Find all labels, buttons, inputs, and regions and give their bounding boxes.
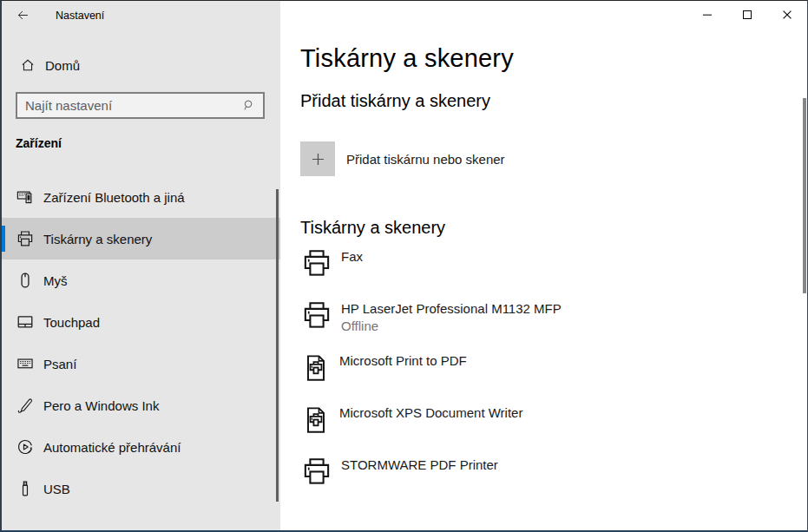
print-to-file-icon (300, 403, 332, 437)
printer-row-ms-print-to-pdf[interactable]: Microsoft Print to PDF (300, 351, 467, 385)
printer-icon (300, 299, 333, 332)
sidebar: Nastavení Domů Zařízení Zařízení Bluetoo… (2, 1, 280, 530)
printer-name: STORMWARE PDF Printer (341, 457, 498, 472)
sidebar-item-pen-windows-ink[interactable]: Pero a Windows Ink (2, 384, 280, 426)
sidebar-item-bluetooth-devices[interactable]: Zařízení Bluetooth a jiná (2, 176, 280, 218)
sidebar-item-typing[interactable]: Psaní (2, 343, 280, 384)
sidebar-item-mouse[interactable]: Myš (2, 259, 280, 301)
add-printer-label: Přidat tiskárnu nebo skener (346, 152, 505, 167)
app-title: Nastavení (56, 10, 104, 22)
printer-status: Offline (341, 319, 562, 333)
printer-name: HP LaserJet Professional M1132 MFP (341, 301, 562, 316)
settings-window: Nastavení Domů Zařízení Zařízení Bluetoo… (0, 0, 808, 532)
print-to-file-icon (300, 351, 332, 385)
printer-row-hp-laserjet[interactable]: HP LaserJet Professional M1132 MFP Offli… (300, 299, 562, 333)
printer-name: Microsoft XPS Document Writer (339, 405, 522, 420)
search-input[interactable] (17, 98, 241, 113)
add-section-header: Přidat tiskárny a skenery (300, 91, 490, 111)
autoplay-icon (16, 437, 35, 456)
back-arrow-icon (16, 8, 30, 23)
printer-name: Microsoft Print to PDF (339, 353, 467, 368)
search-box (16, 92, 265, 119)
usb-icon (16, 479, 35, 498)
sidebar-item-autoplay[interactable]: Automatické přehrávání (2, 426, 280, 468)
sidebar-nav: Zařízení Bluetooth a jiná Tiskárny a ske… (2, 176, 280, 509)
window-controls (687, 1, 807, 29)
back-button[interactable] (7, 3, 38, 26)
plus-icon (310, 151, 326, 167)
close-button[interactable] (767, 1, 807, 29)
sidebar-item-usb[interactable]: USB (2, 468, 280, 509)
maximize-icon (743, 10, 752, 19)
pen-icon (16, 396, 35, 415)
minimize-button[interactable] (687, 1, 727, 29)
sidebar-section-header: Zařízení (16, 136, 62, 150)
main-scrollbar[interactable] (803, 98, 806, 293)
devices-section-header: Tiskárny a skenery (300, 218, 445, 238)
printer-row-fax[interactable]: Fax (300, 246, 363, 279)
add-printer-button[interactable]: Přidat tiskárnu nebo skener (300, 141, 505, 176)
sidebar-scrollbar[interactable] (276, 189, 279, 502)
printer-icon (300, 246, 333, 279)
sidebar-item-touchpad[interactable]: Touchpad (2, 301, 280, 343)
maximize-button[interactable] (727, 1, 767, 29)
sidebar-item-home[interactable]: Domů (2, 51, 280, 79)
sidebar-item-label: Touchpad (43, 315, 100, 330)
sidebar-item-label: Pero a Windows Ink (43, 398, 159, 413)
mouse-icon (16, 271, 35, 290)
printer-name: Fax (341, 249, 363, 264)
page-title: Tiskárny a skenery (300, 44, 514, 73)
sidebar-item-label: USB (43, 482, 70, 496)
printer-icon (300, 455, 333, 488)
printer-row-stormware-pdf[interactable]: STORMWARE PDF Printer (300, 455, 498, 488)
home-label: Domů (45, 58, 80, 73)
keyboard-icon (16, 354, 35, 373)
sidebar-item-label: Zařízení Bluetooth a jiná (43, 190, 185, 205)
printer-icon (16, 229, 35, 248)
devices-icon (16, 187, 35, 207)
sidebar-item-label: Tiskárny a skenery (43, 232, 152, 246)
sidebar-item-label: Myš (43, 273, 68, 288)
home-icon (20, 57, 36, 73)
close-icon (783, 10, 792, 19)
sidebar-item-label: Automatické přehrávání (43, 440, 181, 455)
plus-tile (300, 141, 335, 176)
touchpad-icon (16, 312, 35, 332)
printer-row-ms-xps-writer[interactable]: Microsoft XPS Document Writer (300, 403, 522, 437)
sidebar-item-printers-scanners[interactable]: Tiskárny a skenery (2, 218, 280, 259)
minimize-icon (703, 10, 712, 19)
search-icon[interactable] (241, 98, 256, 113)
sidebar-item-label: Psaní (43, 357, 76, 371)
main-content: Tiskárny a skenery Přidat tiskárny a ske… (280, 1, 807, 530)
